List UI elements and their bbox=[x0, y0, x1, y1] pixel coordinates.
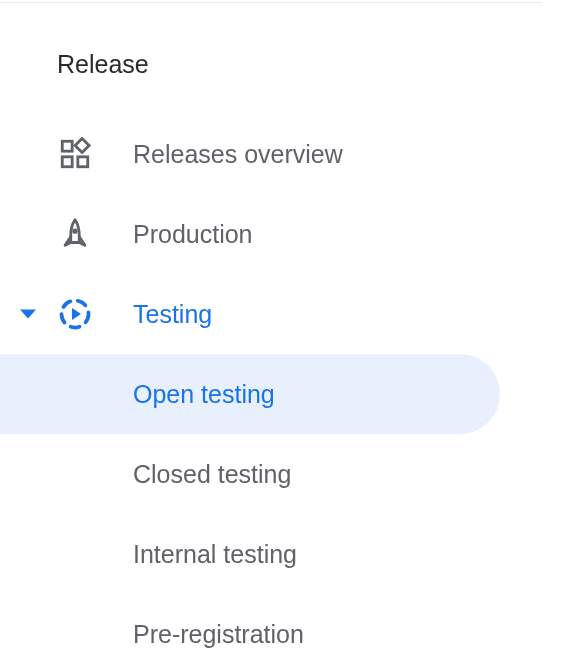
sub-item-internal-testing[interactable]: Internal testing bbox=[0, 514, 572, 594]
nav-label: Production bbox=[133, 220, 253, 249]
nav-item-testing[interactable]: Testing bbox=[0, 274, 572, 354]
nav-label: Testing bbox=[133, 300, 212, 329]
divider bbox=[0, 2, 542, 3]
svg-rect-1 bbox=[62, 157, 72, 167]
sub-label: Open testing bbox=[133, 380, 275, 409]
sub-item-closed-testing[interactable]: Closed testing bbox=[0, 434, 572, 514]
nav-label: Releases overview bbox=[133, 140, 343, 169]
dashboard-icon bbox=[57, 136, 93, 172]
nav-item-production[interactable]: Production bbox=[0, 194, 572, 274]
svg-rect-3 bbox=[75, 138, 89, 152]
nav-list: Releases overview Production Testing bbox=[0, 114, 572, 354]
sub-label: Internal testing bbox=[133, 540, 297, 569]
testing-submenu: Open testing Closed testing Internal tes… bbox=[0, 354, 572, 668]
sub-item-open-testing[interactable]: Open testing bbox=[0, 354, 500, 434]
nav-item-releases-overview[interactable]: Releases overview bbox=[0, 114, 572, 194]
svg-rect-0 bbox=[62, 141, 72, 151]
sub-label: Closed testing bbox=[133, 460, 291, 489]
rocket-icon bbox=[57, 216, 93, 252]
svg-point-4 bbox=[72, 229, 77, 234]
sub-item-pre-registration[interactable]: Pre-registration bbox=[0, 594, 572, 668]
expand-down-icon bbox=[20, 310, 36, 319]
play-dashed-icon bbox=[57, 296, 93, 332]
svg-rect-2 bbox=[78, 157, 88, 167]
sub-label: Pre-registration bbox=[133, 620, 304, 649]
section-header-release: Release bbox=[0, 0, 572, 114]
